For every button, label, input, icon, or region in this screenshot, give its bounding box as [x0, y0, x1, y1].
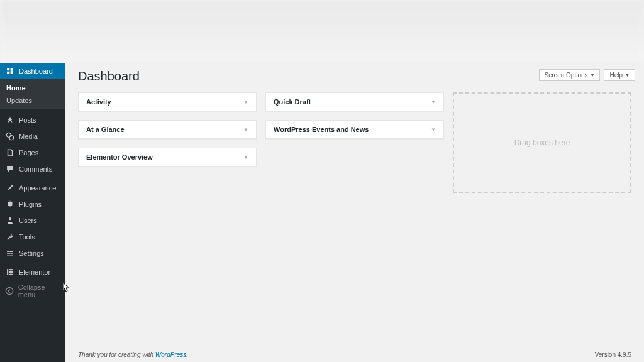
sidebar-label-comments: Comments [19, 165, 52, 173]
sidebar-subitem-updates[interactable]: Updates [0, 94, 65, 107]
brush-icon [5, 183, 15, 193]
comment-icon [5, 164, 15, 174]
sidebar-item-settings[interactable]: Settings [0, 245, 65, 261]
svg-rect-6 [9, 274, 13, 275]
chevron-down-icon[interactable]: ▼ [431, 127, 436, 133]
svg-rect-4 [9, 269, 13, 270]
plugin-icon [5, 199, 15, 209]
sidebar-label-posts: Posts [19, 116, 36, 124]
admin-footer: Thank you for creating with WordPress. V… [78, 351, 631, 358]
content-area: Screen Options ▼ Help ▼ Dashboard Activi… [65, 63, 644, 362]
svg-point-7 [6, 287, 13, 294]
sidebar-item-comments[interactable]: Comments [0, 161, 65, 177]
sidebar-label-tools: Tools [19, 233, 35, 241]
widget-column-2: Quick Draft ▼ WordPress Events and News … [265, 92, 444, 193]
chevron-down-icon: ▼ [625, 73, 630, 77]
sidebar-item-media[interactable]: Media [0, 128, 65, 145]
wrench-icon [5, 232, 15, 242]
widget-at-a-glance[interactable]: At a Glance ▼ [78, 120, 257, 139]
sidebar-label-pages: Pages [19, 149, 38, 156]
dashboard-widgets: Activity ▼ At a Glance ▼ Elementor Overv… [78, 92, 631, 193]
media-icon [5, 131, 15, 141]
sidebar-label-users: Users [19, 217, 37, 224]
svg-point-2 [9, 217, 11, 220]
chevron-down-icon: ▼ [591, 73, 595, 77]
sidebar-item-posts[interactable]: Posts [0, 112, 65, 128]
dashboard-icon [5, 66, 15, 76]
sidebar-label-media: Media [19, 133, 38, 140]
widget-title: At a Glance [86, 126, 125, 133]
chevron-down-icon[interactable]: ▼ [243, 155, 248, 160]
admin-sidebar: Dashboard Home Updates Posts Media Pages… [0, 63, 65, 362]
svg-point-1 [9, 136, 14, 140]
sidebar-label-plugins: Plugins [19, 200, 42, 208]
widget-title: Elementor Overview [86, 153, 153, 161]
sidebar-label-settings: Settings [19, 250, 44, 257]
widget-elementor-overview[interactable]: Elementor Overview ▼ [78, 148, 257, 167]
sidebar-item-tools[interactable]: Tools [0, 229, 65, 245]
collapse-icon [5, 286, 14, 296]
sidebar-item-plugins[interactable]: Plugins [0, 196, 65, 212]
sidebar-item-appearance[interactable]: Appearance [0, 180, 65, 196]
chevron-down-icon[interactable]: ▼ [243, 99, 248, 105]
widget-title: Activity [86, 98, 111, 106]
screen-options-label: Screen Options [545, 72, 588, 79]
page-icon [5, 148, 15, 158]
svg-point-0 [6, 133, 11, 137]
sliders-icon [5, 248, 15, 258]
sidebar-subitem-home[interactable]: Home [0, 82, 65, 94]
elementor-icon [5, 267, 15, 277]
sidebar-item-pages[interactable]: Pages [0, 145, 65, 161]
widget-activity[interactable]: Activity ▼ [78, 92, 257, 111]
svg-rect-5 [9, 272, 13, 273]
widget-title: Quick Draft [274, 98, 311, 106]
widget-quick-draft[interactable]: Quick Draft ▼ [265, 92, 444, 111]
screen-options-button[interactable]: Screen Options ▼ [539, 69, 601, 81]
sidebar-submenu-dashboard: Home Updates [0, 79, 65, 109]
drop-zone-label: Drag boxes here [514, 138, 570, 147]
sidebar-collapse-menu[interactable]: Collapse menu [0, 280, 65, 302]
widget-column-1: Activity ▼ At a Glance ▼ Elementor Overv… [78, 92, 257, 193]
sidebar-label-appearance: Appearance [19, 184, 56, 192]
wordpress-link[interactable]: WordPress [155, 351, 186, 358]
user-icon [5, 216, 15, 226]
widget-events-news[interactable]: WordPress Events and News ▼ [265, 120, 444, 139]
help-label: Help [609, 72, 623, 79]
sidebar-label-dashboard: Dashboard [19, 67, 53, 75]
chevron-down-icon[interactable]: ▼ [431, 99, 436, 105]
browser-chrome [0, 0, 644, 63]
widget-drop-zone[interactable]: Drag boxes here [453, 92, 631, 193]
widget-title: WordPress Events and News [274, 126, 369, 133]
sidebar-item-users[interactable]: Users [0, 212, 65, 229]
footer-version: Version 4.9.5 [595, 351, 631, 358]
svg-rect-3 [7, 269, 8, 275]
sidebar-item-elementor[interactable]: Elementor [0, 264, 65, 280]
pin-icon [5, 115, 15, 125]
sidebar-item-dashboard[interactable]: Dashboard [0, 63, 65, 79]
widget-column-3: Drag boxes here [453, 92, 631, 193]
footer-thank-you: Thank you for creating with WordPress. [78, 351, 188, 358]
sidebar-label-elementor: Elementor [19, 268, 50, 276]
chevron-down-icon[interactable]: ▼ [243, 127, 248, 133]
help-button[interactable]: Help ▼ [604, 69, 635, 81]
sidebar-label-collapse: Collapse menu [18, 283, 60, 299]
